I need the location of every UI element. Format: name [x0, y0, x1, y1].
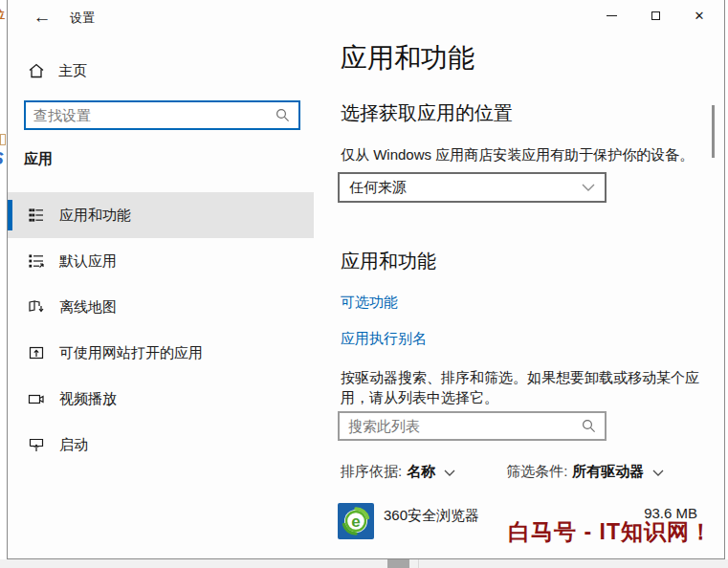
sidebar-item-apps-features[interactable]: 应用和功能	[8, 192, 314, 238]
apps-features-icon	[28, 207, 45, 224]
sort-filter-row: 排序依据: 名称 筛选条件: 所有驱动器	[341, 463, 664, 481]
minimize-button[interactable]	[589, 0, 633, 31]
svg-text:e: e	[351, 513, 360, 531]
left-edge-fragment: 位	[0, 7, 6, 21]
divider	[418, 559, 419, 568]
close-button[interactable]: ✕	[677, 0, 721, 31]
chevron-down-icon[interactable]	[652, 470, 664, 476]
window-title: 设置	[70, 10, 95, 27]
default-apps-icon	[28, 252, 45, 270]
sidebar-item-startup[interactable]: 启动	[8, 422, 314, 468]
vertical-scrollbar-thumb[interactable]	[712, 105, 715, 158]
360-browser-icon: e	[338, 503, 374, 539]
choose-source-heading: 选择获取应用的位置	[341, 100, 513, 126]
app-source-dropdown-value: 任何来源	[349, 179, 407, 197]
sidebar-item-label: 离线地图	[59, 298, 117, 317]
apps-features-section-heading: 应用和功能	[341, 249, 436, 274]
list-description: 按驱动器搜索、排序和筛选。如果想要卸载或移动某个应用，请从列表中选择它。	[341, 367, 708, 407]
back-arrow-icon: ←	[33, 7, 52, 28]
settings-search-input[interactable]	[26, 107, 276, 123]
offline-maps-icon	[28, 298, 45, 316]
back-button[interactable]: ←	[23, 4, 61, 31]
underlying-page-strip	[0, 559, 728, 568]
search-icon[interactable]	[276, 108, 290, 122]
sidebar-item-video-playback[interactable]: 视频播放	[8, 376, 314, 422]
titlebar: ← 设置 ✕	[8, 0, 724, 34]
website-apps-icon	[28, 344, 45, 361]
watermark-text: 白马号 - IT知识网！	[508, 517, 713, 547]
sidebar-item-label: 视频播放	[59, 390, 117, 408]
minimize-icon	[607, 15, 617, 16]
app-source-dropdown[interactable]: 任何来源	[338, 172, 607, 203]
sidebar-item-label: 默认应用	[59, 252, 117, 271]
horizontal-scrollbar-thumb[interactable]	[387, 559, 409, 568]
filter-by-value[interactable]: 所有驱动器	[572, 463, 644, 481]
startup-icon	[28, 436, 45, 453]
close-icon: ✕	[695, 9, 705, 23]
settings-search-box	[24, 100, 300, 130]
home-icon	[28, 62, 45, 79]
choose-source-description: 仅从 Windows 应用商店安装应用有助于保护你的设备。	[341, 146, 694, 164]
video-playback-icon	[28, 390, 45, 407]
sort-by-value[interactable]: 名称	[407, 463, 435, 481]
selected-accent-bar	[8, 200, 12, 230]
sort-by-label: 排序依据:	[341, 463, 402, 481]
sidebar-item-default-apps[interactable]: 默认应用	[8, 238, 314, 284]
home-label: 主页	[58, 62, 87, 80]
sidebar-item-label: 可使用网站打开的应用	[59, 344, 203, 362]
chevron-down-icon	[582, 184, 595, 191]
app-list-search-box	[338, 411, 607, 441]
sidebar-item-website-apps[interactable]: 可使用网站打开的应用	[8, 330, 314, 376]
chevron-down-icon[interactable]	[444, 470, 455, 476]
filter-by-label: 筛选条件:	[506, 463, 567, 481]
optional-features-link[interactable]: 可选功能	[341, 294, 398, 312]
search-icon[interactable]	[582, 419, 596, 433]
sidebar-section-header: 应用	[24, 150, 53, 168]
sidebar-item-offline-maps[interactable]: 离线地图	[8, 284, 314, 330]
maximize-icon	[651, 11, 660, 20]
app-list-search-input[interactable]	[340, 418, 582, 434]
sidebar-item-label: 启动	[59, 436, 88, 454]
app-execution-aliases-link[interactable]: 应用执行别名	[341, 330, 427, 348]
left-edge-fragment	[0, 134, 6, 145]
app-name: 360安全浏览器	[384, 507, 479, 525]
sidebar-item-home[interactable]: 主页	[28, 57, 87, 84]
settings-window: ← 设置 ✕ 主页 应用	[7, 0, 725, 559]
sidebar-item-label: 应用和功能	[59, 207, 131, 225]
page-title: 应用和功能	[341, 40, 474, 76]
maximize-button[interactable]	[633, 0, 677, 31]
left-edge-fragment: S	[0, 148, 7, 169]
sidebar-nav: 应用和功能 默认应用 离线地图	[8, 192, 314, 468]
